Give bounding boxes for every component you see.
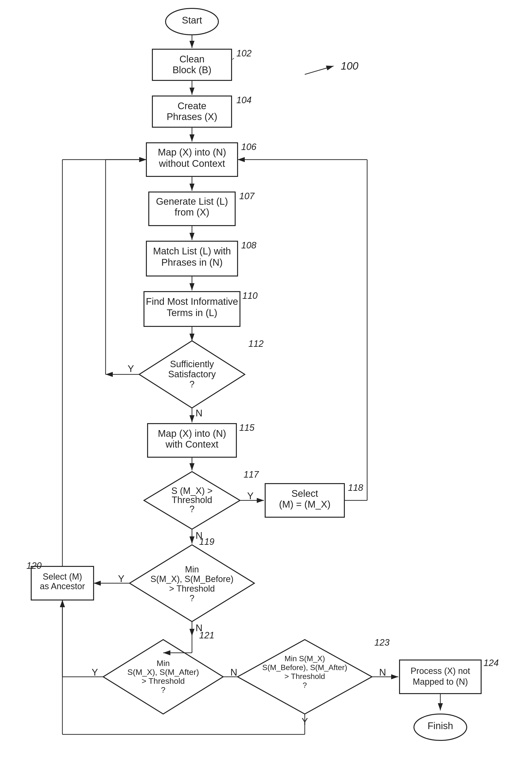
ref-102: 102	[236, 48, 251, 58]
node-123-line2: S(M_Before), S(M_After)	[262, 663, 347, 672]
ref-110: 110	[242, 291, 257, 301]
node-121-line4: ?	[161, 685, 166, 694]
node-120-line2: as Ancestor	[40, 581, 85, 591]
node-121-line2: S(M_X), S(M_After)	[127, 667, 199, 677]
ref-120: 120	[26, 561, 42, 571]
node-115-line2: with Context	[165, 439, 218, 450]
ref-123: 123	[374, 637, 389, 648]
node-115-line1: Map (X) into (N)	[158, 428, 226, 439]
flowchart-diagram: 100 Start Clean Block (B) 102 Create Phr…	[0, 0, 532, 768]
node-121-line3: > Threshold	[142, 676, 185, 685]
node-123-line3: > Threshold	[284, 672, 325, 681]
ref-104: 104	[236, 95, 251, 105]
node-119-line2: S(M_X), S(M_Before)	[150, 574, 233, 584]
node-108-line2: Phrases in (N)	[161, 257, 223, 268]
ref-106: 106	[241, 142, 257, 152]
ref-121: 121	[199, 630, 214, 640]
node-117-line2: Threshold	[172, 495, 212, 505]
node-123-line4: ?	[303, 681, 307, 690]
node-120-line1: Select (M)	[43, 572, 82, 582]
node-102-line1: Clean	[179, 54, 205, 64]
label-121-n: N	[230, 667, 237, 678]
node-118-line1: Select	[291, 488, 318, 499]
node-119-line3: > Threshold	[169, 584, 215, 594]
ref-117: 117	[244, 469, 259, 480]
node-118-line2: (M) = (M_X)	[279, 499, 330, 510]
ref-108: 108	[241, 240, 256, 250]
svg-line-2	[305, 66, 334, 74]
label-117-y: Y	[247, 491, 254, 501]
node-106-line2: without Context	[159, 158, 225, 169]
node-110-line2: Terms in (L)	[167, 307, 217, 318]
ref-119: 119	[199, 537, 214, 547]
node-119-line4: ?	[190, 593, 194, 603]
node-112-line2: Satisfactory	[168, 369, 216, 379]
node-117-line3: ?	[189, 504, 194, 514]
ref-107: 107	[239, 191, 255, 201]
node-119-line1: Min	[185, 564, 199, 574]
ref-118: 118	[348, 483, 363, 493]
node-121-line1: Min	[157, 659, 170, 668]
node-102-line2: Block (B)	[173, 65, 211, 75]
node-106-line1: Map (X) into (N)	[158, 147, 226, 157]
node-123-line1: Min S(M_X)	[285, 654, 325, 663]
node-104-line1: Create	[178, 101, 206, 111]
finish-label: Finish	[428, 720, 453, 731]
svg-line-6	[232, 58, 234, 60]
label-121-y: Y	[92, 667, 98, 678]
node-124-line2: Mapped to (N)	[413, 677, 468, 687]
ref-112: 112	[248, 339, 263, 349]
node-108-line1: Match List (L) with	[153, 246, 231, 256]
node-107-line1: Generate List (L)	[156, 196, 228, 207]
label-112-y: Y	[128, 363, 134, 374]
node-124-line1: Process (X) not	[411, 666, 470, 676]
ref-124: 124	[484, 658, 499, 668]
node-117-line1: S (M_X) >	[171, 486, 213, 496]
ref-115: 115	[239, 423, 255, 433]
svg-text:100: 100	[341, 60, 359, 72]
label-112-n: N	[196, 408, 203, 418]
label-119-y: Y	[118, 573, 125, 584]
node-110-line1: Find Most Informative	[146, 296, 238, 307]
start-label: Start	[182, 15, 202, 25]
node-104-line2: Phrases (X)	[167, 111, 217, 122]
node-112-line3: ?	[189, 379, 194, 389]
label-123-n: N	[379, 667, 386, 678]
node-107-line2: from (X)	[175, 207, 209, 217]
node-112-line1: Sufficiently	[170, 359, 214, 369]
